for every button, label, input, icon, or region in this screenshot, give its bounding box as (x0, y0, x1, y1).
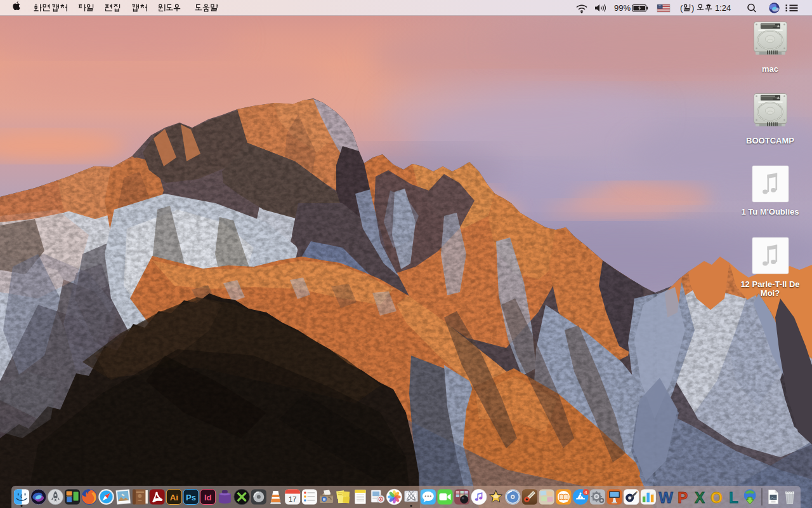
svg-text:L: L (729, 489, 738, 506)
svg-text:P: P (678, 489, 688, 506)
svg-text:): ) (691, 3, 694, 13)
svg-text:4: 4 (584, 490, 587, 495)
svg-text:X: X (695, 489, 705, 506)
svg-text:Ai: Ai (170, 493, 178, 502)
svg-text:Ps: Ps (186, 493, 196, 502)
svg-text:O: O (710, 489, 723, 506)
svg-text:1:24: 1:24 (715, 3, 731, 13)
svg-text:Id: Id (204, 493, 212, 502)
svg-text:W: W (658, 489, 673, 506)
svg-text:17: 17 (289, 495, 296, 503)
svg-text:(: ( (680, 3, 683, 13)
svg-text:99%: 99% (614, 3, 631, 13)
